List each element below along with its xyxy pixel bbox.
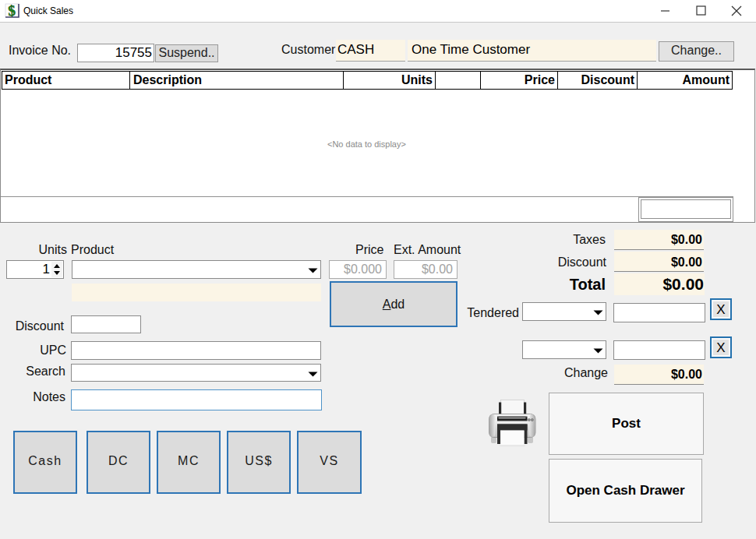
svg-text:$: $ xyxy=(7,3,16,19)
